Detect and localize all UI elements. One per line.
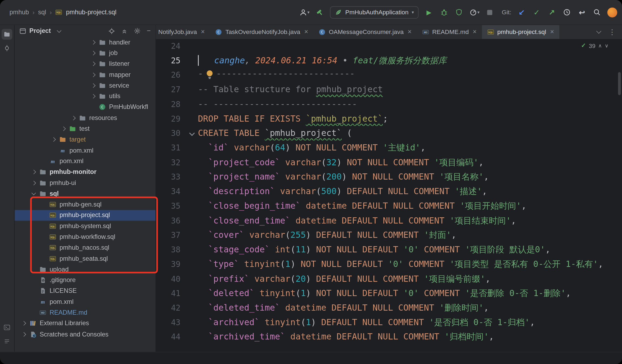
tree-item-gitignore[interactable]: .gitignore xyxy=(15,275,156,286)
tab-pmhub-project-sql[interactable]: SQLpmhub-project.sql× xyxy=(482,25,559,39)
git-update-button[interactable]: ↙ xyxy=(517,7,526,17)
tree-item-pmhub-workflow-sql[interactable]: SQLpmhub-workflow.sql xyxy=(15,232,156,242)
close-icon[interactable]: × xyxy=(550,28,554,36)
code-line[interactable]: 43 `archived` tinyint(1) DEFAULT NULL CO… xyxy=(156,315,622,330)
chevron-right-icon[interactable] xyxy=(29,178,39,188)
tree-item-readme-md[interactable]: MDREADME.md xyxy=(15,307,156,318)
chevron-right-icon[interactable] xyxy=(19,318,29,328)
code-line[interactable]: 31 `id` varchar(64) NOT NULL COMMENT '主键… xyxy=(156,141,622,155)
breadcrumb-folder[interactable]: sql xyxy=(38,9,46,16)
tree-item-pmhub-ui[interactable]: pmhub-ui xyxy=(15,177,156,188)
collapse-all-icon[interactable] xyxy=(121,28,128,34)
chevron-right-icon[interactable] xyxy=(48,135,58,145)
tree-item-utils[interactable]: utils xyxy=(15,91,156,102)
close-icon[interactable]: × xyxy=(201,28,205,36)
chevron-down-icon[interactable] xyxy=(29,189,39,199)
previous-problem-button[interactable]: ∧ xyxy=(598,43,602,49)
chevron-right-icon[interactable] xyxy=(88,91,98,101)
code-line[interactable]: 36 `close_end_time` datetime DEFAULT NUL… xyxy=(156,213,622,228)
project-panel-title[interactable]: Project xyxy=(29,27,51,34)
code-line[interactable]: 33 `project_name` varchar(200) NOT NULL … xyxy=(156,170,622,184)
tab-oamessageconsumer-java[interactable]: COAMessageConsumer.java× xyxy=(313,25,417,39)
intention-bulb-icon[interactable] xyxy=(205,69,214,84)
chevron-right-icon[interactable] xyxy=(58,124,68,134)
tree-item-license[interactable]: LICENSE xyxy=(15,286,156,296)
tree-item-pmhub-system-sql[interactable]: SQLpmhub-system.sql xyxy=(15,221,156,232)
tree-item-pmhub-seata-sql[interactable]: SQLpmhub_seata.sql xyxy=(15,253,156,264)
chevron-right-icon[interactable] xyxy=(88,59,98,69)
breadcrumb-file[interactable]: pmhub-project.sql xyxy=(66,9,116,16)
problems-toolwindow-button[interactable] xyxy=(2,336,12,347)
gear-icon[interactable] xyxy=(134,27,141,34)
git-history-button[interactable] xyxy=(562,7,572,17)
search-everywhere-button[interactable] xyxy=(592,7,602,17)
tab-notifyjob-java[interactable]: NotifyJob.java× xyxy=(156,25,210,39)
code-line[interactable]: 39 `type` tinyint(1) NOT NULL DEFAULT '0… xyxy=(156,257,622,272)
code-line[interactable]: 35 `close_begin_time` datetime DEFAULT N… xyxy=(156,199,622,213)
terminal-toolwindow-button[interactable] xyxy=(2,322,12,333)
tree-item-pom-xml[interactable]: mpom.xml xyxy=(15,156,156,167)
tree-item-sql[interactable]: sql xyxy=(15,188,156,199)
chevron-right-icon[interactable] xyxy=(29,167,39,177)
chevron-right-icon[interactable] xyxy=(88,81,98,91)
run-configuration-select[interactable]: PmHubAuthApplication ▾ xyxy=(330,6,419,19)
tree-item-target[interactable]: target xyxy=(15,134,156,145)
tab-taskoverduenotifyjob-java[interactable]: CTaskOverdueNotifyJob.java× xyxy=(210,25,313,39)
tree-item-external-libraries[interactable]: External Libraries xyxy=(15,318,156,329)
code-line[interactable]: 26---------------------------- xyxy=(156,68,622,83)
coverage-button[interactable] xyxy=(454,7,464,17)
next-problem-button[interactable]: ∨ xyxy=(605,43,609,49)
code-line[interactable]: 24 xyxy=(156,39,622,53)
close-icon[interactable]: × xyxy=(473,28,477,36)
profiler-button[interactable]: ▾ xyxy=(469,7,480,17)
hide-panel-button[interactable]: − xyxy=(147,27,151,35)
user-menu-button[interactable]: ▾ xyxy=(299,7,310,17)
chevron-right-icon[interactable] xyxy=(88,37,98,47)
git-commit-button[interactable]: ✓ xyxy=(532,7,541,17)
tree-item-pom-xml[interactable]: mpom.xml xyxy=(15,145,156,156)
tree-item-listener[interactable]: listener xyxy=(15,59,156,69)
code-line[interactable]: 41 `deleted` tinyint(1) NOT NULL DEFAULT… xyxy=(156,286,622,301)
code-line[interactable]: 28-- ---------------------------- xyxy=(156,97,622,112)
code-line[interactable]: 40 `prefix` varchar(20) DEFAULT NULL COM… xyxy=(156,272,622,286)
close-icon[interactable]: × xyxy=(408,28,412,36)
code-line[interactable]: 29DROP TABLE IF EXISTS `pmhub_project`; xyxy=(156,112,622,126)
tree-item-pmhub-gen-sql[interactable]: SQLpmhub-gen.sql xyxy=(15,199,156,210)
code-line[interactable]: 25 canghe, 2024.06.21 16:54 • feat/微服务拆分… xyxy=(156,53,622,68)
chevron-down-icon[interactable] xyxy=(54,26,64,36)
stop-button[interactable] xyxy=(485,7,495,17)
code-line[interactable]: 38 `stage_code` int(11) NOT NULL DEFAULT… xyxy=(156,242,622,257)
locate-file-icon[interactable] xyxy=(108,28,115,34)
tree-item-resources[interactable]: resources xyxy=(15,112,156,123)
commit-toolwindow-button[interactable] xyxy=(2,43,12,54)
tree-item-service[interactable]: service xyxy=(15,80,156,91)
tree-item-job[interactable]: job xyxy=(15,48,156,59)
user-avatar[interactable] xyxy=(607,7,617,17)
tree-item-scratches-and-consoles[interactable]: Scratches and Consoles xyxy=(15,329,156,340)
code-line[interactable]: 34 `description` varchar(500) DEFAULT NU… xyxy=(156,184,622,199)
code-line[interactable]: 27-- Table structure for pmhub_project xyxy=(156,83,622,97)
close-icon[interactable]: × xyxy=(304,28,308,36)
code-line[interactable]: 44 `archived_time` datetime DEFAULT NULL… xyxy=(156,330,622,344)
chevron-right-icon[interactable] xyxy=(68,113,78,123)
tree-item-handler[interactable]: handler xyxy=(15,37,156,48)
code-line[interactable]: 30CREATE TABLE `pmhub_project` ( xyxy=(156,126,622,141)
chevron-right-icon[interactable] xyxy=(88,48,98,58)
tab-readme-md[interactable]: MDREADME.md× xyxy=(417,25,482,39)
inspections-widget[interactable]: ✓ 39 ∧ ∨ xyxy=(581,42,609,49)
run-button[interactable]: ▶ xyxy=(424,7,434,17)
tree-item-test[interactable]: test xyxy=(15,123,156,134)
git-rollback-button[interactable]: ↩ xyxy=(577,7,587,17)
breadcrumb-project[interactable]: pmhub xyxy=(9,9,29,16)
editor-scrollbar[interactable] xyxy=(618,72,621,95)
tree-item-pmhubworkfl[interactable]: CPmHubWorkfl xyxy=(15,102,156,112)
tree-item-pmhub-monitor[interactable]: pmhub-monitor xyxy=(15,167,156,177)
code-line[interactable]: 37 `cover` varchar(255) DEFAULT NULL COM… xyxy=(156,228,622,242)
chevron-right-icon[interactable] xyxy=(19,329,29,339)
debug-button[interactable] xyxy=(439,7,449,17)
tree-item-pmhub-nacos-sql[interactable]: SQLpmhub_nacos.sql xyxy=(15,242,156,253)
hidden-tabs-chevron-icon[interactable] xyxy=(596,29,601,34)
tree-item-upload[interactable]: upload xyxy=(15,264,156,275)
tree-item-mapper[interactable]: mapper xyxy=(15,69,156,80)
chevron-right-icon[interactable] xyxy=(88,70,98,80)
